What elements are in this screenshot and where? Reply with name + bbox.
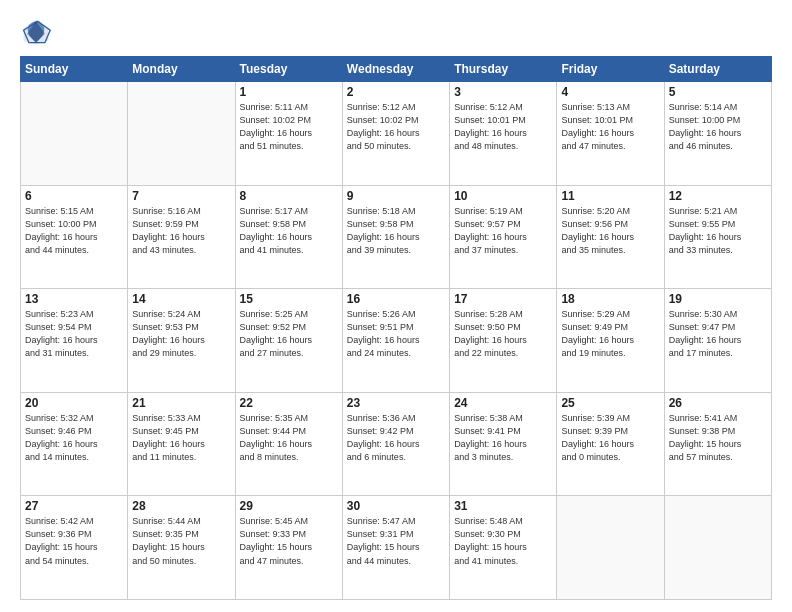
calendar-week-row: 13Sunrise: 5:23 AM Sunset: 9:54 PM Dayli… (21, 289, 772, 393)
calendar-week-row: 1Sunrise: 5:11 AM Sunset: 10:02 PM Dayli… (21, 82, 772, 186)
day-info: Sunrise: 5:19 AM Sunset: 9:57 PM Dayligh… (454, 205, 552, 257)
day-number: 14 (132, 292, 230, 306)
day-number: 15 (240, 292, 338, 306)
day-number: 25 (561, 396, 659, 410)
calendar-cell: 21Sunrise: 5:33 AM Sunset: 9:45 PM Dayli… (128, 392, 235, 496)
calendar-header-row: SundayMondayTuesdayWednesdayThursdayFrid… (21, 57, 772, 82)
calendar-cell: 19Sunrise: 5:30 AM Sunset: 9:47 PM Dayli… (664, 289, 771, 393)
calendar-cell: 1Sunrise: 5:11 AM Sunset: 10:02 PM Dayli… (235, 82, 342, 186)
calendar-cell: 27Sunrise: 5:42 AM Sunset: 9:36 PM Dayli… (21, 496, 128, 600)
day-info: Sunrise: 5:26 AM Sunset: 9:51 PM Dayligh… (347, 308, 445, 360)
day-number: 11 (561, 189, 659, 203)
day-number: 1 (240, 85, 338, 99)
day-info: Sunrise: 5:29 AM Sunset: 9:49 PM Dayligh… (561, 308, 659, 360)
day-info: Sunrise: 5:24 AM Sunset: 9:53 PM Dayligh… (132, 308, 230, 360)
calendar-cell: 9Sunrise: 5:18 AM Sunset: 9:58 PM Daylig… (342, 185, 449, 289)
day-number: 3 (454, 85, 552, 99)
day-info: Sunrise: 5:32 AM Sunset: 9:46 PM Dayligh… (25, 412, 123, 464)
day-number: 8 (240, 189, 338, 203)
calendar-week-row: 27Sunrise: 5:42 AM Sunset: 9:36 PM Dayli… (21, 496, 772, 600)
day-number: 2 (347, 85, 445, 99)
calendar-cell: 29Sunrise: 5:45 AM Sunset: 9:33 PM Dayli… (235, 496, 342, 600)
day-number: 12 (669, 189, 767, 203)
day-number: 20 (25, 396, 123, 410)
day-number: 7 (132, 189, 230, 203)
weekday-header: Thursday (450, 57, 557, 82)
day-info: Sunrise: 5:17 AM Sunset: 9:58 PM Dayligh… (240, 205, 338, 257)
calendar-cell: 7Sunrise: 5:16 AM Sunset: 9:59 PM Daylig… (128, 185, 235, 289)
day-number: 30 (347, 499, 445, 513)
calendar: SundayMondayTuesdayWednesdayThursdayFrid… (20, 56, 772, 600)
day-info: Sunrise: 5:39 AM Sunset: 9:39 PM Dayligh… (561, 412, 659, 464)
day-info: Sunrise: 5:16 AM Sunset: 9:59 PM Dayligh… (132, 205, 230, 257)
calendar-cell: 12Sunrise: 5:21 AM Sunset: 9:55 PM Dayli… (664, 185, 771, 289)
page: SundayMondayTuesdayWednesdayThursdayFrid… (0, 0, 792, 612)
calendar-cell: 18Sunrise: 5:29 AM Sunset: 9:49 PM Dayli… (557, 289, 664, 393)
calendar-cell: 15Sunrise: 5:25 AM Sunset: 9:52 PM Dayli… (235, 289, 342, 393)
day-number: 17 (454, 292, 552, 306)
day-number: 9 (347, 189, 445, 203)
calendar-cell: 17Sunrise: 5:28 AM Sunset: 9:50 PM Dayli… (450, 289, 557, 393)
weekday-header: Saturday (664, 57, 771, 82)
day-number: 16 (347, 292, 445, 306)
weekday-header: Tuesday (235, 57, 342, 82)
day-number: 26 (669, 396, 767, 410)
calendar-cell: 13Sunrise: 5:23 AM Sunset: 9:54 PM Dayli… (21, 289, 128, 393)
day-info: Sunrise: 5:23 AM Sunset: 9:54 PM Dayligh… (25, 308, 123, 360)
day-info: Sunrise: 5:35 AM Sunset: 9:44 PM Dayligh… (240, 412, 338, 464)
calendar-cell: 6Sunrise: 5:15 AM Sunset: 10:00 PM Dayli… (21, 185, 128, 289)
day-info: Sunrise: 5:21 AM Sunset: 9:55 PM Dayligh… (669, 205, 767, 257)
calendar-cell: 30Sunrise: 5:47 AM Sunset: 9:31 PM Dayli… (342, 496, 449, 600)
day-number: 18 (561, 292, 659, 306)
day-info: Sunrise: 5:20 AM Sunset: 9:56 PM Dayligh… (561, 205, 659, 257)
day-info: Sunrise: 5:25 AM Sunset: 9:52 PM Dayligh… (240, 308, 338, 360)
day-info: Sunrise: 5:45 AM Sunset: 9:33 PM Dayligh… (240, 515, 338, 567)
day-number: 23 (347, 396, 445, 410)
day-info: Sunrise: 5:38 AM Sunset: 9:41 PM Dayligh… (454, 412, 552, 464)
weekday-header: Monday (128, 57, 235, 82)
day-info: Sunrise: 5:42 AM Sunset: 9:36 PM Dayligh… (25, 515, 123, 567)
calendar-cell: 8Sunrise: 5:17 AM Sunset: 9:58 PM Daylig… (235, 185, 342, 289)
calendar-week-row: 6Sunrise: 5:15 AM Sunset: 10:00 PM Dayli… (21, 185, 772, 289)
calendar-cell: 25Sunrise: 5:39 AM Sunset: 9:39 PM Dayli… (557, 392, 664, 496)
day-info: Sunrise: 5:12 AM Sunset: 10:01 PM Daylig… (454, 101, 552, 153)
day-number: 6 (25, 189, 123, 203)
calendar-cell: 10Sunrise: 5:19 AM Sunset: 9:57 PM Dayli… (450, 185, 557, 289)
weekday-header: Friday (557, 57, 664, 82)
day-number: 13 (25, 292, 123, 306)
day-number: 27 (25, 499, 123, 513)
calendar-week-row: 20Sunrise: 5:32 AM Sunset: 9:46 PM Dayli… (21, 392, 772, 496)
logo-icon (20, 16, 52, 48)
day-info: Sunrise: 5:47 AM Sunset: 9:31 PM Dayligh… (347, 515, 445, 567)
calendar-cell: 11Sunrise: 5:20 AM Sunset: 9:56 PM Dayli… (557, 185, 664, 289)
day-info: Sunrise: 5:30 AM Sunset: 9:47 PM Dayligh… (669, 308, 767, 360)
day-number: 22 (240, 396, 338, 410)
day-info: Sunrise: 5:14 AM Sunset: 10:00 PM Daylig… (669, 101, 767, 153)
calendar-cell: 16Sunrise: 5:26 AM Sunset: 9:51 PM Dayli… (342, 289, 449, 393)
weekday-header: Sunday (21, 57, 128, 82)
header (20, 16, 772, 48)
calendar-cell: 28Sunrise: 5:44 AM Sunset: 9:35 PM Dayli… (128, 496, 235, 600)
day-info: Sunrise: 5:41 AM Sunset: 9:38 PM Dayligh… (669, 412, 767, 464)
day-info: Sunrise: 5:28 AM Sunset: 9:50 PM Dayligh… (454, 308, 552, 360)
calendar-cell: 5Sunrise: 5:14 AM Sunset: 10:00 PM Dayli… (664, 82, 771, 186)
calendar-cell: 26Sunrise: 5:41 AM Sunset: 9:38 PM Dayli… (664, 392, 771, 496)
day-info: Sunrise: 5:13 AM Sunset: 10:01 PM Daylig… (561, 101, 659, 153)
day-info: Sunrise: 5:36 AM Sunset: 9:42 PM Dayligh… (347, 412, 445, 464)
calendar-cell: 23Sunrise: 5:36 AM Sunset: 9:42 PM Dayli… (342, 392, 449, 496)
day-number: 28 (132, 499, 230, 513)
day-number: 4 (561, 85, 659, 99)
calendar-cell: 4Sunrise: 5:13 AM Sunset: 10:01 PM Dayli… (557, 82, 664, 186)
day-info: Sunrise: 5:48 AM Sunset: 9:30 PM Dayligh… (454, 515, 552, 567)
calendar-cell: 20Sunrise: 5:32 AM Sunset: 9:46 PM Dayli… (21, 392, 128, 496)
calendar-cell (128, 82, 235, 186)
calendar-cell: 2Sunrise: 5:12 AM Sunset: 10:02 PM Dayli… (342, 82, 449, 186)
calendar-cell: 14Sunrise: 5:24 AM Sunset: 9:53 PM Dayli… (128, 289, 235, 393)
calendar-cell: 3Sunrise: 5:12 AM Sunset: 10:01 PM Dayli… (450, 82, 557, 186)
day-info: Sunrise: 5:12 AM Sunset: 10:02 PM Daylig… (347, 101, 445, 153)
day-info: Sunrise: 5:44 AM Sunset: 9:35 PM Dayligh… (132, 515, 230, 567)
calendar-cell (557, 496, 664, 600)
calendar-cell (21, 82, 128, 186)
calendar-cell (664, 496, 771, 600)
day-number: 31 (454, 499, 552, 513)
